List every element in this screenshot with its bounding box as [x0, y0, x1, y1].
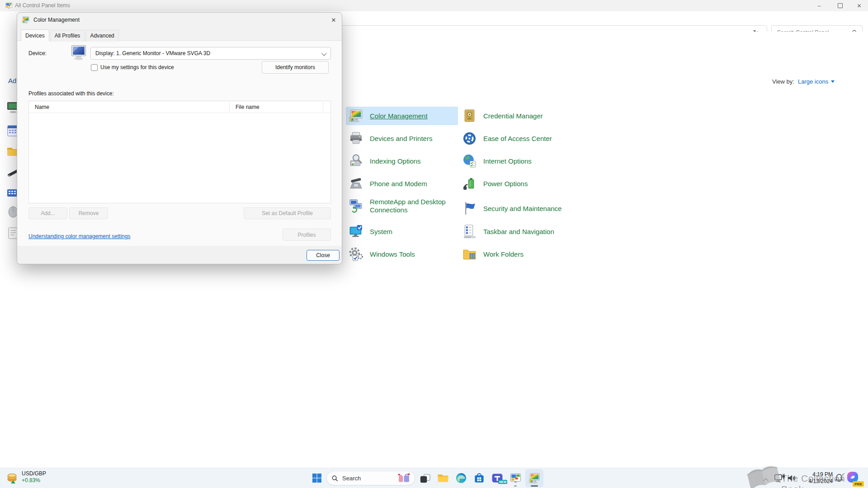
tray-time: 4:19 PM — [798, 471, 833, 478]
view-by-dropdown[interactable]: Large icons — [798, 78, 835, 85]
remoteapp-icon — [349, 198, 363, 213]
maximize-icon — [838, 3, 843, 8]
cp-item-ease-of-access[interactable]: Ease of Access Center — [462, 131, 569, 146]
copilot-pre-badge: PRE — [853, 481, 864, 487]
dialog-title: Color Management — [33, 17, 80, 23]
set-as-default-button[interactable]: Set as Default Profile — [244, 207, 331, 219]
profiles-associated-label: Profiles associated with this device: — [28, 90, 114, 97]
page-heading: Ad — [8, 77, 16, 84]
cp-item-remoteapp[interactable]: RemoteApp and Desktop Connections — [349, 198, 455, 214]
control-panel-icon — [509, 472, 522, 484]
taskbar-search[interactable]: Search — [326, 471, 415, 485]
speaker-icon[interactable] — [787, 473, 797, 483]
edge-icon — [455, 472, 467, 484]
dialog-footer — [17, 245, 342, 264]
tray-date: 4/13/2024 — [798, 478, 833, 485]
stock-change: +0.83% — [22, 477, 40, 483]
cp-item-taskbar-navigation[interactable]: Taskbar and Navigation — [462, 224, 569, 239]
desktop: All Control Panel Items – ✕ ← ↻ Ad View … — [0, 0, 868, 488]
clock[interactable]: 4:19 PM 4/13/2024 — [798, 471, 833, 485]
chevron-down-icon — [831, 80, 835, 83]
cp-item-internet-options[interactable]: Internet Options — [462, 154, 569, 169]
understanding-color-management-link[interactable]: Understanding color management settings — [28, 233, 130, 239]
control-panel-taskbar-button[interactable] — [506, 469, 524, 487]
cp-item-windows-tools[interactable]: Windows Tools — [349, 247, 455, 262]
view-by-label: View by: — [772, 78, 794, 85]
monitor-icon — [70, 44, 88, 61]
add-button[interactable]: Add... — [28, 207, 67, 219]
windows-tools-icon — [349, 247, 363, 262]
phone-icon — [349, 176, 363, 191]
use-my-settings-label: Use my settings for this device — [100, 64, 174, 70]
identify-monitors-button[interactable]: Identify monitors — [262, 61, 329, 74]
task-view-button[interactable] — [416, 469, 434, 487]
color-management-icon — [528, 472, 541, 484]
profiles-button[interactable]: Profiles — [283, 229, 331, 241]
running-indicator — [514, 485, 517, 487]
color-management-dialog: Color Management ✕ Devices All Profiles … — [17, 12, 342, 264]
network-icon[interactable] — [774, 473, 786, 483]
task-view-icon — [419, 472, 431, 484]
stock-pair: USD/GBP — [22, 470, 46, 477]
system-icon — [349, 224, 363, 239]
cp-item-work-folders[interactable]: Work Folders — [462, 247, 569, 262]
remove-button[interactable]: Remove — [69, 207, 108, 219]
taskbar-navigation-icon — [462, 224, 477, 239]
cp-item-credential-manager[interactable]: Credential Manager — [462, 108, 569, 123]
chevron-down-icon — [321, 51, 326, 56]
tab-all-profiles[interactable]: All Profiles — [50, 30, 85, 42]
credential-manager-icon — [462, 108, 477, 123]
active-window-indicator — [531, 485, 538, 487]
close-button[interactable]: Close — [307, 250, 340, 261]
cp-item-security-maintenance[interactable]: Security and Maintenance — [462, 201, 569, 216]
flag-icon — [462, 201, 477, 216]
column-header-file-name[interactable]: File name — [236, 104, 259, 110]
hidden-icons-chevron-icon[interactable] — [764, 476, 768, 484]
ease-of-access-icon — [462, 131, 477, 146]
profiles-list-header: Name File name — [29, 101, 330, 113]
dialog-tabs: Devices All Profiles Advanced — [21, 30, 119, 42]
control-panel-icon — [5, 2, 13, 9]
stock-up-arrow-icon — [11, 480, 15, 483]
dialog-titlebar: Color Management ✕ — [17, 13, 342, 27]
file-explorer-button[interactable] — [434, 469, 452, 487]
cp-item-devices-printers[interactable]: Devices and Printers — [349, 131, 455, 146]
search-icon — [331, 475, 338, 482]
close-window-button[interactable]: ✕ — [850, 0, 868, 11]
cp-item-power-options[interactable]: Power Options — [462, 176, 569, 191]
cp-item-indexing-options[interactable]: Indexing Options — [349, 154, 455, 169]
minimize-button[interactable]: – — [809, 0, 830, 11]
column-header-name[interactable]: Name — [35, 104, 49, 110]
profiles-list[interactable]: Name File name — [28, 101, 331, 203]
widgets-button[interactable]: USD/GBP +0.83% — [5, 469, 72, 487]
teams-button[interactable]: NEW — [488, 469, 506, 487]
start-button[interactable] — [308, 469, 326, 487]
window-titlebar: All Control Panel Items – ✕ — [0, 0, 868, 11]
maximize-button[interactable] — [830, 0, 850, 11]
device-select[interactable]: Display: 1. Generic Monitor - VMware SVG… — [90, 47, 331, 60]
device-label: Device: — [28, 50, 47, 56]
cp-item-system[interactable]: System — [349, 224, 455, 239]
work-folders-icon — [462, 247, 477, 262]
notification-bell-icon[interactable] — [835, 473, 845, 483]
dialog-close-icon[interactable]: ✕ — [327, 15, 340, 25]
color-management-icon — [349, 108, 363, 123]
use-my-settings-checkbox[interactable] — [91, 64, 98, 71]
internet-options-icon — [462, 154, 477, 169]
cp-item-color-management[interactable]: Color Management — [346, 107, 458, 125]
window-title: All Control Panel Items — [15, 2, 70, 9]
store-icon — [473, 472, 486, 484]
tab-devices[interactable]: Devices — [21, 29, 49, 41]
tab-advanced[interactable]: Advanced — [85, 30, 118, 42]
color-management-taskbar-button[interactable] — [525, 469, 543, 487]
search-highlight-decoration-icon — [398, 473, 410, 483]
taskbar-search-label: Search — [342, 475, 394, 482]
power-options-icon — [462, 176, 477, 191]
cp-item-phone-modem[interactable]: Phone and Modem — [349, 176, 455, 191]
printer-icon — [349, 131, 363, 146]
folder-icon — [437, 472, 449, 484]
microsoft-store-button[interactable] — [470, 469, 488, 487]
indexing-options-icon — [349, 154, 363, 169]
windows-logo-icon — [311, 473, 322, 483]
edge-button[interactable] — [452, 469, 470, 487]
